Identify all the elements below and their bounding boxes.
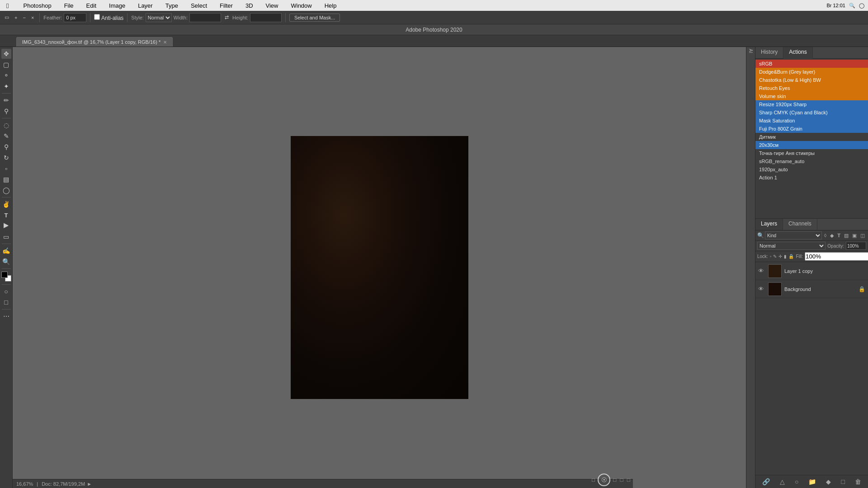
layer-kind-select[interactable]: Kind [765, 231, 822, 239]
tab-actions[interactable]: Actions [783, 47, 812, 59]
add-mask-btn[interactable]: ○ [793, 477, 800, 486]
type-tool[interactable]: T [1, 210, 11, 220]
action-item[interactable]: sRGB_rename_auto [755, 157, 868, 165]
tab-layers[interactable]: Layers [755, 219, 783, 230]
screen-mode-btn[interactable]: □ [1, 297, 11, 307]
opacity-input[interactable] [846, 242, 866, 250]
fill-input[interactable] [805, 252, 868, 261]
move-tool[interactable]: ✥ [1, 49, 11, 59]
brush-tool[interactable]: ✎ [1, 131, 11, 141]
ai-button[interactable]: AI [748, 49, 753, 53]
eraser-tool[interactable]: ▫ [1, 164, 11, 174]
action-item[interactable]: Retouch Eyes [755, 84, 868, 92]
zoom-in-btn[interactable]: □ [612, 476, 617, 484]
fit-btn[interactable]: □ [619, 476, 624, 484]
menu-select[interactable]: Select [188, 0, 210, 11]
action-item[interactable]: Дитмик [755, 133, 868, 141]
color-swatches[interactable] [1, 272, 11, 282]
clone-stamp-tool[interactable]: ⚲ [1, 142, 11, 152]
delete-layer-btn[interactable]: 🗑 [853, 477, 863, 486]
menu-edit[interactable]: Edit [84, 0, 99, 11]
zoom-out-btn[interactable]: □ [591, 476, 596, 484]
action-item[interactable]: Volume skin [755, 92, 868, 100]
action-item[interactable]: sRGB [755, 60, 868, 68]
menu-filter[interactable]: Filter [217, 0, 236, 11]
new-adjustment-btn[interactable]: ◆ [824, 477, 833, 486]
tab-history[interactable]: History [755, 47, 783, 58]
blend-mode-select[interactable]: Normal [757, 242, 826, 250]
more-tools-btn[interactable]: ⋯ [1, 311, 11, 321]
close-tab-icon[interactable]: ✕ [163, 40, 167, 45]
action-item[interactable]: 1920px_auto [755, 165, 868, 174]
menu-window[interactable]: Window [288, 0, 314, 11]
feather-input[interactable] [64, 13, 86, 22]
lasso-tool[interactable]: ⚬ [1, 70, 11, 80]
action-item[interactable]: Fuji Pro 800Z Grain [755, 125, 868, 133]
menu-image[interactable]: Image [106, 0, 128, 11]
menu-type[interactable]: Type [163, 0, 181, 11]
pen-tool[interactable]: ✌ [1, 199, 11, 209]
lock-transparent-icon[interactable]: ▫ [770, 254, 772, 259]
filter-smart-btn[interactable]: ▣ [851, 232, 858, 239]
add-style-btn[interactable]: △ [778, 477, 787, 486]
anti-alias-checkbox[interactable] [94, 14, 100, 20]
fg-color-swatch[interactable] [1, 272, 8, 278]
hand-tool[interactable]: ✍ [1, 246, 11, 256]
layer-visibility-icon[interactable]: 👁 [758, 267, 765, 274]
new-group-btn[interactable]: 📁 [807, 477, 818, 486]
zoom-tool[interactable]: 🔍 [1, 257, 11, 267]
intersect-selection-btn[interactable]: × [29, 14, 36, 21]
action-item[interactable]: Resize 1920px Sharp [755, 100, 868, 108]
layer-row[interactable]: 👁Layer 1 copy [755, 262, 868, 280]
filter-adjust-btn[interactable]: ◆ [829, 232, 835, 239]
style-select[interactable]: Normal [146, 13, 172, 22]
action-item[interactable]: Sharp CMYK (Cyan and Black) [755, 108, 868, 117]
select-mask-button[interactable]: Select and Mask... [289, 14, 340, 22]
menu-view[interactable]: View [263, 0, 281, 11]
filter-pixel-btn[interactable]: ◊ [823, 232, 828, 239]
action-item[interactable]: Точка-тире Аня стикеры [755, 149, 868, 157]
action-item[interactable]: Chastotka (Low & High) BW [755, 76, 868, 84]
spot-heal-tool[interactable]: ◌ [1, 120, 11, 130]
filter-toggle-btn[interactable]: ◫ [859, 232, 866, 239]
menu-3d[interactable]: 3D [243, 0, 256, 11]
eyedropper-tool[interactable]: ⚲ [1, 106, 11, 116]
tab-channels[interactable]: Channels [783, 219, 817, 230]
add-selection-btn[interactable]: + [13, 14, 19, 21]
lock-position-icon[interactable]: ✛ [778, 254, 782, 259]
path-select-tool[interactable]: ⯈ [1, 221, 11, 231]
height-input[interactable] [250, 13, 282, 22]
arrange-btn[interactable]: □ [626, 476, 631, 484]
notification-icon[interactable]: ◯ [859, 3, 864, 9]
menu-layer[interactable]: Layer [135, 0, 156, 11]
menu-file[interactable]: File [61, 0, 76, 11]
history-brush-tool[interactable]: ↻ [1, 153, 11, 163]
shape-tool[interactable]: ▭ [1, 232, 11, 242]
quick-mask-btn[interactable]: ○ [1, 286, 11, 296]
layer-row[interactable]: 👁Background🔒 [755, 280, 868, 298]
layer-visibility-icon[interactable]: 👁 [758, 286, 765, 292]
select-tool[interactable]: ▢ [1, 60, 11, 70]
crop-tool[interactable]: ✏ [1, 95, 11, 105]
lock-artboard-icon[interactable]: ▮ [784, 254, 787, 259]
subtract-selection-btn[interactable]: − [21, 14, 27, 21]
width-input[interactable] [189, 13, 221, 22]
new-selection-btn[interactable]: ▭ [3, 14, 11, 21]
filter-type-btn[interactable]: T [836, 232, 842, 239]
action-item[interactable]: 20x30см [755, 141, 868, 149]
magic-wand-tool[interactable]: ✦ [1, 81, 11, 91]
canvas-area[interactable]: 16,67% | Doc: 82,7M/199,2M ► □ ☉ □ □ □ [13, 47, 746, 488]
action-item[interactable]: Dodge&Burn (Grey layer) [755, 68, 868, 76]
search-icon[interactable]: 🔍 [849, 3, 855, 9]
lock-image-icon[interactable]: ✎ [773, 254, 777, 259]
zoom-circle-btn[interactable]: ☉ [598, 474, 610, 486]
link-layers-btn[interactable]: 🔗 [760, 477, 772, 486]
menu-photoshop[interactable]: Photoshop [20, 0, 54, 11]
gradient-tool[interactable]: ▤ [1, 174, 11, 184]
status-arrow[interactable]: ► [87, 481, 92, 487]
lock-all-icon[interactable]: 🔒 [788, 254, 794, 259]
apple-menu-icon[interactable]:  [4, 0, 11, 11]
menu-help[interactable]: Help [322, 0, 340, 11]
document-tab[interactable]: IMG_6343_плохой_фон.tif @ 16,7% (Layer 1… [16, 37, 173, 47]
action-item[interactable]: Action 1 [755, 174, 868, 182]
